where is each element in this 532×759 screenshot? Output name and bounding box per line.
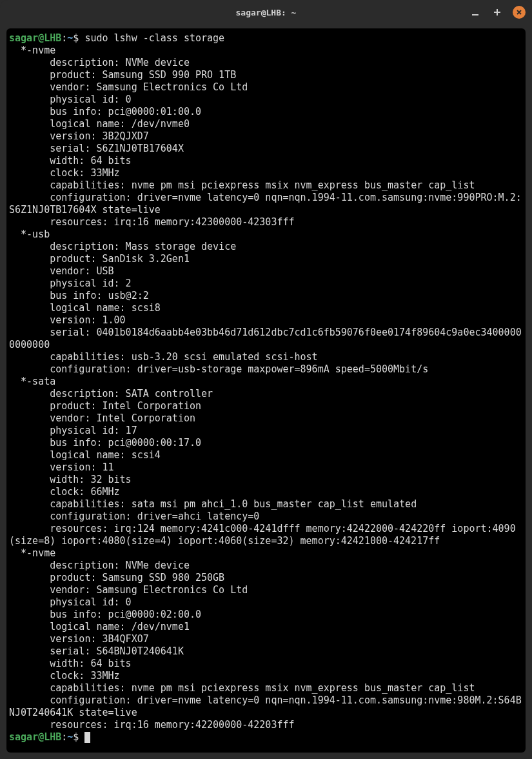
minimize-button[interactable]	[469, 6, 482, 19]
prompt-at-2: @	[38, 731, 44, 743]
svg-rect-0	[472, 14, 478, 15]
prompt-host-2: LHB	[44, 731, 61, 743]
cursor	[84, 732, 90, 743]
terminal-window: sagar@LHB: ~ sagar@LHB:~$ sudo lshw -cla…	[0, 0, 532, 759]
prompt-colon-2: :	[61, 731, 67, 743]
close-button[interactable]	[513, 6, 526, 19]
command-output: *-nvme description: NVMe device product:…	[9, 45, 522, 731]
prompt-symbol-2: $	[73, 731, 79, 743]
command-text: sudo lshw -class storage	[84, 32, 224, 44]
prompt-user: sagar	[9, 32, 38, 44]
window-controls	[469, 6, 526, 19]
titlebar: sagar@LHB: ~	[0, 0, 532, 25]
prompt-path: ~	[67, 32, 73, 44]
prompt-symbol: $	[73, 32, 79, 44]
window-title: sagar@LHB: ~	[236, 8, 297, 17]
prompt-user-2: sagar	[9, 731, 38, 743]
prompt-host: LHB	[44, 32, 61, 44]
prompt-path-2: ~	[67, 731, 73, 743]
prompt-colon: :	[61, 32, 67, 44]
terminal-body[interactable]: sagar@LHB:~$ sudo lshw -class storage *-…	[6, 28, 526, 753]
prompt-at: @	[38, 32, 44, 44]
maximize-button[interactable]	[491, 6, 504, 19]
svg-rect-2	[497, 9, 498, 15]
